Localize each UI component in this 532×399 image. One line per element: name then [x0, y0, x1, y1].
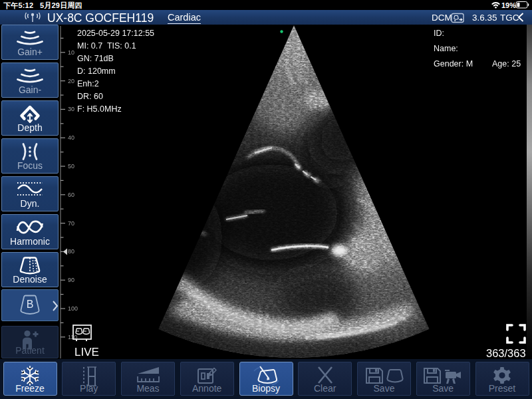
svg-text:10: 10 [68, 49, 74, 56]
svg-text:40: 40 [68, 134, 74, 141]
svg-text:30: 30 [68, 106, 74, 112]
svg-text:19%: 19% [501, 1, 516, 9]
svg-text:60: 60 [68, 192, 74, 198]
svg-text:20: 20 [68, 78, 74, 84]
svg-text:50: 50 [68, 163, 74, 170]
svg-text:80: 80 [68, 248, 74, 255]
svg-text:100: 100 [68, 305, 78, 312]
svg-text:B: B [27, 299, 34, 310]
svg-text:90: 90 [68, 277, 74, 283]
svg-text:70: 70 [68, 220, 74, 227]
